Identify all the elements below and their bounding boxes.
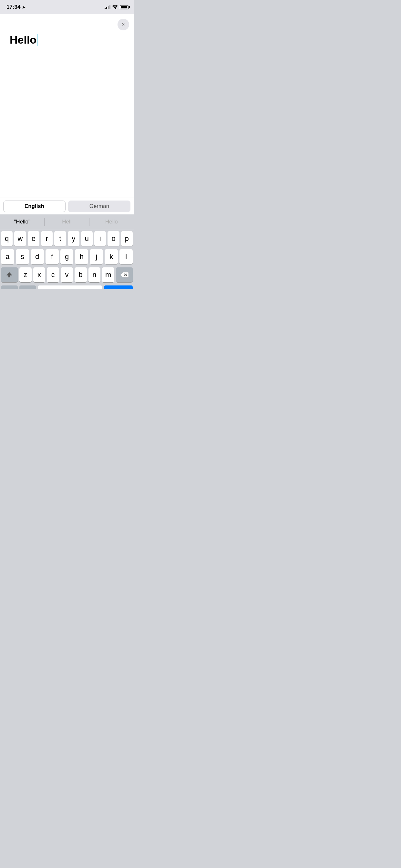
key-a[interactable]: a bbox=[1, 249, 14, 264]
key-p[interactable]: p bbox=[121, 231, 133, 246]
status-time: 17:34 ➤ bbox=[6, 4, 26, 10]
key-y[interactable]: y bbox=[68, 231, 80, 246]
key-d[interactable]: d bbox=[31, 249, 44, 264]
autocomplete-item-1[interactable]: "Hello" bbox=[0, 214, 44, 229]
key-w[interactable]: w bbox=[14, 231, 26, 246]
key-z[interactable]: z bbox=[19, 268, 32, 282]
key-f[interactable]: f bbox=[45, 249, 59, 264]
key-l[interactable]: l bbox=[120, 249, 133, 264]
numbers-key[interactable]: 123 bbox=[1, 285, 18, 289]
keyboard-row-1: q w e r t y u i o p bbox=[1, 231, 133, 246]
shift-key[interactable] bbox=[1, 268, 18, 282]
key-i[interactable]: i bbox=[94, 231, 106, 246]
battery-icon bbox=[120, 5, 128, 9]
key-u[interactable]: u bbox=[81, 231, 93, 246]
key-t[interactable]: t bbox=[54, 231, 66, 246]
wifi-icon bbox=[112, 5, 118, 9]
location-arrow-icon: ➤ bbox=[22, 4, 26, 10]
key-s[interactable]: s bbox=[16, 249, 29, 264]
key-m[interactable]: m bbox=[102, 268, 114, 282]
key-v[interactable]: v bbox=[61, 268, 73, 282]
german-language-button[interactable]: German bbox=[68, 200, 130, 212]
status-icons bbox=[104, 5, 128, 9]
emoji-key[interactable]: 🙂 bbox=[19, 285, 36, 289]
key-h[interactable]: h bbox=[75, 249, 88, 264]
keyboard-rows: q w e r t y u i o p a s d f g h j k l bbox=[0, 229, 134, 289]
key-g[interactable]: g bbox=[60, 249, 73, 264]
key-e[interactable]: e bbox=[28, 231, 39, 246]
status-bar: 17:34 ➤ bbox=[0, 0, 134, 14]
shift-icon bbox=[6, 271, 13, 278]
keyboard-row-4: 123 🙂 space go bbox=[1, 285, 133, 289]
text-input-area[interactable]: Hello bbox=[0, 14, 134, 176]
keyboard-row-2: a s d f g h j k l bbox=[1, 249, 133, 264]
content-area: × Hello English German bbox=[0, 14, 134, 214]
key-b[interactable]: b bbox=[74, 268, 87, 282]
key-x[interactable]: x bbox=[33, 268, 45, 282]
key-c[interactable]: c bbox=[47, 268, 59, 282]
key-q[interactable]: q bbox=[1, 231, 12, 246]
key-j[interactable]: j bbox=[90, 249, 103, 264]
delete-key[interactable] bbox=[116, 268, 133, 282]
key-k[interactable]: k bbox=[104, 249, 118, 264]
language-bar: English German bbox=[0, 197, 134, 214]
key-r[interactable]: r bbox=[41, 231, 53, 246]
autocomplete-bar: "Hello" Hell Hello bbox=[0, 214, 134, 229]
space-key[interactable]: space bbox=[38, 285, 102, 289]
autocomplete-item-2[interactable]: Hell bbox=[44, 214, 89, 229]
close-button[interactable]: × bbox=[118, 19, 129, 30]
typed-text: Hello bbox=[10, 34, 36, 46]
delete-icon bbox=[120, 272, 128, 278]
keyboard-area: "Hello" Hell Hello q w e r t y u i o p a… bbox=[0, 214, 134, 289]
english-language-button[interactable]: English bbox=[3, 200, 66, 212]
go-key[interactable]: go bbox=[104, 285, 133, 289]
key-o[interactable]: o bbox=[107, 231, 119, 246]
signal-icon bbox=[104, 5, 111, 9]
key-n[interactable]: n bbox=[89, 268, 101, 282]
text-cursor bbox=[37, 34, 37, 46]
autocomplete-item-3[interactable]: Hello bbox=[89, 214, 134, 229]
keyboard-row-3: z x c v b n m bbox=[1, 268, 133, 282]
